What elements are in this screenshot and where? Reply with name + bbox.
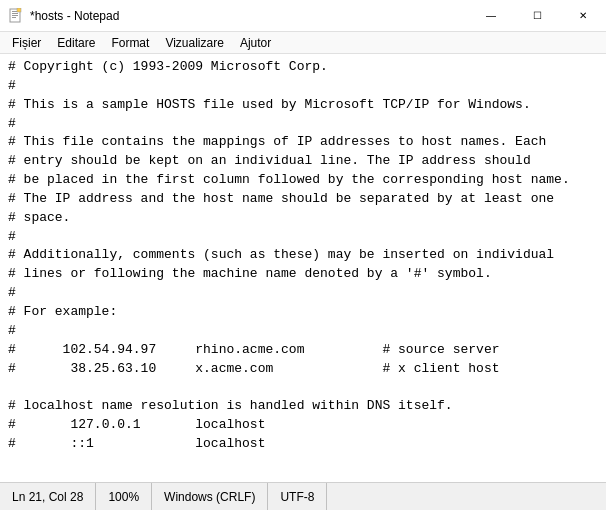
svg-rect-3 bbox=[12, 15, 18, 16]
svg-rect-5 bbox=[17, 8, 21, 12]
maximize-button[interactable]: ☐ bbox=[514, 0, 560, 32]
menu-editare[interactable]: Editare bbox=[49, 34, 103, 52]
minimize-button[interactable]: — bbox=[468, 0, 514, 32]
title-bar-controls: — ☐ ✕ bbox=[468, 0, 606, 32]
window-title: *hosts - Notepad bbox=[30, 9, 119, 23]
menu-format[interactable]: Format bbox=[103, 34, 157, 52]
title-bar-left: *hosts - Notepad bbox=[8, 8, 119, 24]
menu-fisier[interactable]: Fișier bbox=[4, 34, 49, 52]
editor-textarea[interactable] bbox=[0, 54, 606, 482]
status-line-ending: Windows (CRLF) bbox=[152, 483, 268, 510]
menu-vizualizare[interactable]: Vizualizare bbox=[157, 34, 231, 52]
menu-ajutor[interactable]: Ajutor bbox=[232, 34, 279, 52]
title-bar: *hosts - Notepad — ☐ ✕ bbox=[0, 0, 606, 32]
editor-container bbox=[0, 54, 606, 482]
app-icon bbox=[8, 8, 24, 24]
svg-rect-4 bbox=[12, 17, 16, 18]
status-bar: Ln 21, Col 28 100% Windows (CRLF) UTF-8 bbox=[0, 482, 606, 510]
menu-bar: Fișier Editare Format Vizualizare Ajutor bbox=[0, 32, 606, 54]
status-position: Ln 21, Col 28 bbox=[8, 483, 96, 510]
svg-rect-2 bbox=[12, 13, 18, 14]
close-button[interactable]: ✕ bbox=[560, 0, 606, 32]
status-encoding: UTF-8 bbox=[268, 483, 327, 510]
status-zoom: 100% bbox=[96, 483, 152, 510]
